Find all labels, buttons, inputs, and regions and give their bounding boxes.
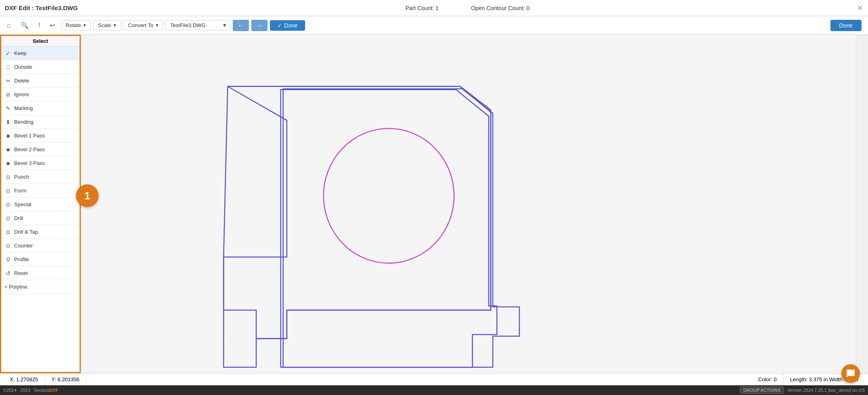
sidebar-item-profile[interactable]: ⚲ Profile [1,253,80,266]
file-select-wrapper[interactable]: TestFile3.DWG ▼ [166,20,230,30]
footer-brand: DXF [49,388,58,393]
item-icon-reset: ↺ [4,270,12,277]
item-label-bevel3: Bevel 3 Pass [14,160,76,166]
scale-dropdown[interactable]: Scale ▼ [93,20,121,30]
title-stats: Part Count: 1 Open Contour Count: 0 [405,5,529,11]
badge-circle: 1 [76,184,99,207]
sidebar-item-keep[interactable]: ✓ Keep [1,46,80,60]
item-label-bevel1: Bevel 1 Pass [14,133,76,139]
item-icon-bending: ⬇ [4,119,12,125]
sidebar-item-drill[interactable]: ⊙ Drill [1,211,80,225]
item-label-reset: Reset [14,270,76,276]
sidebar-header: Select [1,36,80,46]
polyline-label: + Polyline [4,284,27,290]
canvas-area[interactable] [81,35,856,373]
next-button[interactable]: → [251,20,268,31]
x-coordinate: X: 1.270825 [3,374,45,385]
footer: ©2014 - 2023 · SecturaDXF GROUP ACTIONS … [0,385,868,395]
item-icon-punch: ⊙ [4,174,12,180]
alert-icon: ! [38,22,40,29]
color-value: Color: 0 [752,374,784,385]
item-label-profile: Profile [14,256,76,262]
undo-icon: ↩ [50,22,55,29]
item-label-special: Special [14,201,76,207]
item-icon-form: ⊙ [4,188,12,194]
sidebar-item-form[interactable]: ⊙ Form [1,184,80,198]
checkmark-icon: ✓ [277,22,282,29]
version-info: Version 2024.7.25.1 [kec_demo] on-US [787,388,865,393]
home-button[interactable]: ⌂ [3,20,15,31]
undo-button[interactable]: ↩ [46,19,59,31]
status-bar: X: 1.270825 Y: 6.201356 Color: 0 Length:… [0,373,868,385]
prev-button[interactable]: ← [233,20,249,31]
right-panel [856,35,868,373]
chevron-down-icon: ▼ [82,23,86,27]
footer-copyright: ©2014 - 2023 · SecturaDXF [3,388,58,393]
polyline-item[interactable]: + Polyline [1,280,80,294]
scale-dropdown-button[interactable]: Scale ▼ [93,20,121,30]
part-count: Part Count: 1 [405,5,439,11]
item-icon-ignore: ⊘ [4,91,12,98]
item-icon-special: ⊙ [4,201,12,208]
convert-to-dropdown[interactable]: Convert To ▼ [124,20,164,30]
item-icon-counter: ⊙ [4,243,12,249]
sidebar-item-counter[interactable]: ⊙ Counter [1,239,80,253]
sidebar-item-bevel2[interactable]: ■ Bevel 2 Pass [1,143,80,156]
item-label-form: Form [14,188,76,194]
chat-bubble-button[interactable] [841,364,860,383]
file-select[interactable]: TestFile3.DWG [166,20,230,30]
item-label-bevel2: Bevel 2 Pass [14,146,76,152]
item-label-bending: Bending [14,119,76,125]
item-icon-bevel1: ■ [4,133,12,139]
sidebar-item-marking[interactable]: ✎ Marking [1,101,80,115]
sidebar-items: ✓ Keep □ Outside ✂ Delete ⊘ Ignore ✎ Mar… [1,46,80,280]
home-icon: ⌂ [7,22,11,29]
footer-copyright-text: ©2014 - 2023 · Sectura [3,388,49,393]
y-coordinate: Y: 6.201356 [45,374,86,385]
item-label-punch: Punch [14,174,76,180]
chevron-down-icon: ▼ [113,23,117,27]
window-title: DXF Edit : TestFile3.DWG [5,4,78,11]
title-bar: DXF Edit : TestFile3.DWG Part Count: 1 O… [0,0,868,16]
window-close-button[interactable]: ✕ [857,4,863,13]
toolbar: ⌂ 🔍 ! ↩ Rotate ▼ Scale ▼ Convert To ▼ Te… [0,16,868,35]
convert-to-dropdown-button[interactable]: Convert To ▼ [124,20,164,30]
alert-button[interactable]: ! [35,20,44,31]
item-label-counter: Counter [14,243,76,249]
sidebar-item-delete[interactable]: ✂ Delete [1,74,80,88]
rotate-dropdown[interactable]: Rotate ▼ [61,20,91,30]
group-actions-button[interactable]: GROUP ACTIONS [740,387,784,394]
item-label-keep: Keep [14,50,76,56]
sidebar-item-bending[interactable]: ⬇ Bending [1,115,80,129]
sidebar-item-punch[interactable]: ⊙ Punch [1,170,80,184]
chevron-down-icon: ▼ [155,23,159,27]
open-contour-count: Open Contour Count: 0 [471,5,530,11]
rotate-dropdown-button[interactable]: Rotate ▼ [61,20,91,30]
sidebar-item-bevel1[interactable]: ■ Bevel 1 Pass [1,129,80,143]
item-icon-delete: ✂ [4,78,12,84]
sidebar-item-bevel3[interactable]: ■ Bevel 3 Pass [1,156,80,170]
search-button[interactable]: 🔍 [17,19,32,31]
item-icon-bevel2: ■ [4,146,12,153]
footer-right: GROUP ACTIONS Version 2024.7.25.1 [kec_d… [740,387,865,394]
item-label-ignore: Ignore [14,91,76,97]
item-icon-drilltap: ⊙ [4,229,12,235]
item-label-delete: Delete [14,78,76,84]
item-label-marking: Marking [14,105,76,111]
item-icon-drill: ⊙ [4,215,12,222]
item-icon-bevel3: ■ [4,160,12,167]
item-label-outside: Outside [14,64,76,70]
sidebar-item-reset[interactable]: ↺ Reset [1,266,80,280]
done-button[interactable]: ✓ Done [270,20,305,31]
item-icon-profile: ⚲ [4,256,12,263]
chat-icon [846,369,855,378]
sidebar-item-ignore[interactable]: ⊘ Ignore [1,88,80,101]
done-button-right[interactable]: Done [830,20,862,31]
item-icon-marking: ✎ [4,105,12,112]
sidebar-item-special[interactable]: ⊙ Special [1,198,80,211]
item-icon-outside: □ [4,64,12,70]
sidebar-item-drilltap[interactable]: ⊙ Drill & Tap [1,225,80,239]
svg-rect-0 [81,41,856,368]
sidebar-item-outside[interactable]: □ Outside [1,60,80,74]
dxf-canvas [81,35,856,373]
